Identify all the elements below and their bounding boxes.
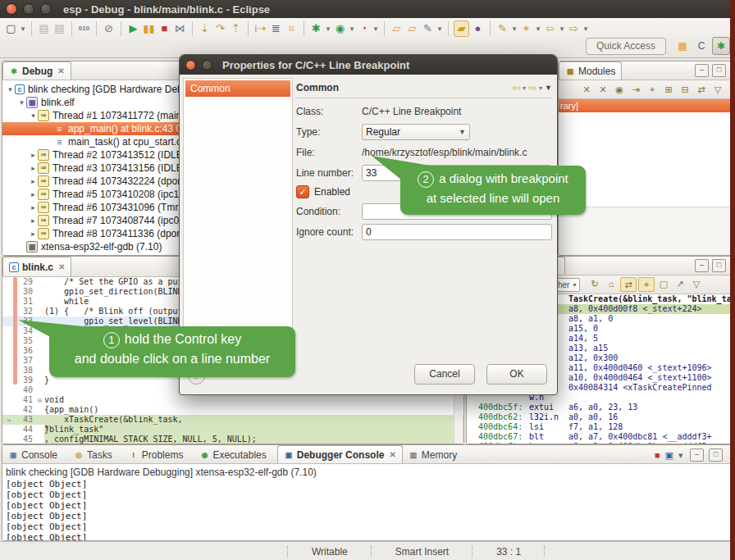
console-tab[interactable]: ▥ Memory	[403, 446, 468, 463]
maximize-icon[interactable]: □	[709, 448, 723, 462]
toolbar-icon[interactable]: ◉	[333, 21, 347, 36]
perspective-icon[interactable]: ✱	[712, 37, 730, 55]
fold-icon[interactable]	[35, 287, 44, 297]
twisty-icon[interactable]: ▾	[17, 98, 26, 107]
window-minimize-icon[interactable]	[23, 3, 34, 15]
toolbar-icon[interactable]	[121, 21, 121, 36]
menu-icon[interactable]: ▼	[545, 84, 552, 92]
modules-toolbar-icon[interactable]: ✕	[579, 83, 594, 96]
toolbar-icon[interactable]	[71, 21, 72, 36]
fold-icon[interactable]	[35, 405, 44, 415]
toolbar-icon[interactable]: ▾	[325, 21, 331, 36]
disassembly-toolbar-icon[interactable]: ⌖	[638, 277, 655, 292]
toolbar-icon[interactable]: ⇡	[229, 21, 243, 36]
toolbar-icon[interactable]: ▾	[372, 21, 379, 36]
modules-toolbar-icon[interactable]: ⌖	[645, 83, 660, 96]
toolbar-icon[interactable]: ▾	[349, 21, 355, 36]
disassembly-row[interactable]: 400dbc62: l32i.n a0, a0, 16	[467, 412, 731, 422]
window-maximize-icon[interactable]	[40, 3, 52, 15]
toolbar-icon[interactable]: ▾	[20, 21, 26, 36]
back-icon[interactable]: ⇦	[512, 82, 520, 93]
twisty-icon[interactable]: ▸	[29, 151, 38, 159]
console-toolbar-icon[interactable]: ■	[655, 450, 660, 460]
console-tab[interactable]: ◎ Tasks	[68, 446, 123, 463]
sidebar-item-common[interactable]: Common	[185, 80, 290, 97]
ok-button[interactable]: OK	[486, 364, 547, 385]
toolbar-icon[interactable]: ▱	[390, 21, 404, 36]
toolbar-icon[interactable]: ▮▮	[142, 21, 156, 36]
toolbar-icon[interactable]: ⊘	[102, 21, 116, 36]
toolbar-icon[interactable]: ⇦	[543, 21, 557, 36]
minimize-icon[interactable]: ‒	[695, 259, 709, 272]
console-toolbar-icon[interactable]: ▾	[678, 450, 685, 461]
instruction-pointer-icon[interactable]	[2, 425, 15, 435]
toolbar-icon[interactable]: ⇨	[567, 21, 581, 36]
code-line[interactable]: 44 }	[2, 425, 463, 435]
fold-icon[interactable]	[35, 376, 44, 385]
console-tab[interactable]: ▣ Debugger Console ✕	[277, 445, 403, 463]
disassembly-toolbar-icon[interactable]: ↻	[587, 277, 602, 290]
tab-debug[interactable]: ✱ Debug ✕	[2, 61, 71, 80]
fold-icon[interactable]	[35, 435, 44, 444]
fold-icon[interactable]	[35, 297, 44, 307]
console-tab[interactable]: ! Problems	[123, 446, 194, 463]
close-icon[interactable]: ✕	[57, 66, 64, 75]
console-tab[interactable]: ▣ Console	[2, 446, 68, 463]
perspective-icon[interactable]: C	[693, 38, 710, 54]
disassembly-row[interactable]: 400dbc5f: extui a6, a0, 23, 13	[467, 403, 731, 412]
modules-toolbar-icon[interactable]: ⇄	[694, 83, 709, 96]
toolbar-icon[interactable]: ■	[158, 21, 171, 36]
twisty-icon[interactable]: ▾	[29, 112, 38, 120]
toolbar-icon[interactable]: ⋈	[173, 21, 187, 36]
code-line[interactable]: 42 {	[2, 405, 463, 415]
line-number[interactable]: 29	[15, 277, 35, 287]
disassembly-toolbar-icon[interactable]: ⇄	[620, 277, 637, 292]
instruction-pointer-icon[interactable]	[2, 395, 15, 405]
toolbar-icon[interactable]: ▢	[4, 21, 18, 36]
fold-icon[interactable]: ⊖	[35, 395, 44, 405]
twisty-icon[interactable]: ▸	[29, 230, 38, 238]
line-number[interactable]: 38	[15, 366, 35, 376]
toolbar-icon[interactable]: ▶	[126, 21, 140, 36]
dialog-minimize-icon[interactable]	[202, 60, 212, 71]
disassembly-toolbar-icon[interactable]: ▢	[656, 277, 671, 290]
window-close-icon[interactable]	[6, 3, 17, 15]
toolbar-icon[interactable]: ▾	[511, 21, 518, 36]
modules-toolbar-icon[interactable]: ◉	[612, 83, 627, 96]
toolbar-icon[interactable]	[248, 21, 249, 36]
toolbar-icon[interactable]	[384, 21, 385, 36]
twisty-icon[interactable]: ▸	[29, 203, 38, 212]
line-number[interactable]: 40	[15, 385, 35, 395]
disassembly-toolbar-icon[interactable]: ⌂	[604, 277, 619, 290]
twisty-icon[interactable]: ▾	[6, 85, 15, 93]
toolbar-icon[interactable]: ✎	[421, 21, 435, 36]
toolbar-icon[interactable]	[31, 21, 32, 36]
toolbar-icon[interactable]	[96, 21, 97, 36]
fold-icon[interactable]	[35, 366, 44, 376]
modules-toolbar-icon[interactable]: ⊟	[678, 83, 692, 96]
code-line[interactable]: ⇒ 43 xTaskCreate(&blink_task, "blink_tas…	[2, 415, 463, 425]
toolbar-icon[interactable]	[490, 21, 491, 36]
type-select[interactable]: Regular ▼	[362, 124, 470, 140]
enabled-checkbox[interactable]: ✓	[296, 185, 309, 198]
twisty-icon[interactable]: ▸	[29, 216, 38, 225]
toolbar-icon[interactable]: ●	[471, 21, 485, 36]
modules-toolbar-icon[interactable]: ⊞	[661, 83, 676, 96]
twisty-icon[interactable]: ▸	[29, 190, 38, 198]
toolbar-icon[interactable]: ▰	[454, 20, 469, 37]
toolbar-icon[interactable]: 010	[77, 21, 91, 36]
toolbar-icon[interactable]	[448, 21, 449, 36]
disassembly-row[interactable]: 400dbc64: lsi f7, a1, 128	[467, 422, 731, 432]
minimize-icon[interactable]: ‒	[695, 64, 709, 77]
toolbar-icon[interactable]	[304, 21, 304, 36]
fold-icon[interactable]	[35, 415, 44, 425]
fold-icon[interactable]	[35, 385, 44, 395]
instruction-pointer-icon[interactable]	[2, 405, 15, 415]
close-icon[interactable]: ✕	[389, 450, 395, 459]
toolbar-icon[interactable]: i⇢	[253, 21, 267, 36]
fold-icon[interactable]	[35, 425, 44, 435]
toolbar-icon[interactable]: ▤	[37, 21, 51, 36]
toolbar-icon[interactable]: ✎	[495, 21, 509, 36]
maximize-icon[interactable]: □	[712, 64, 726, 77]
ignore-count-input[interactable]: 0	[362, 224, 552, 240]
